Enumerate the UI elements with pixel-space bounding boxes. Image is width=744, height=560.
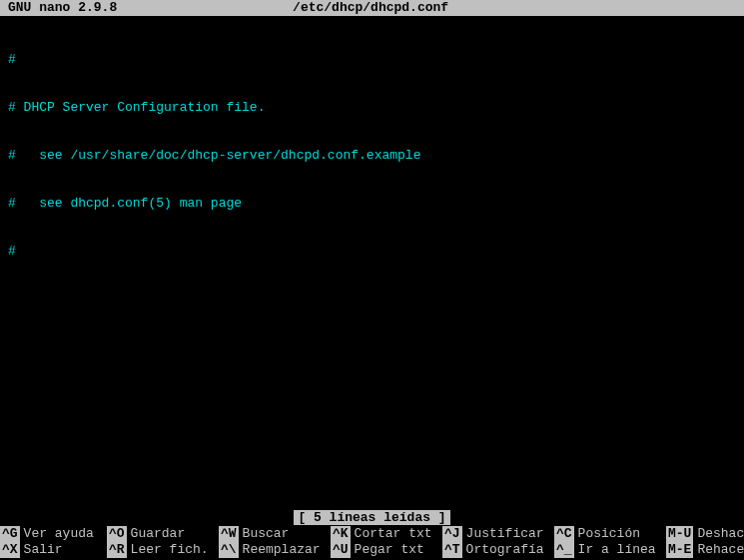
help-undo[interactable]: M-U Deshacer xyxy=(666,526,744,542)
help-writeout[interactable]: ^O Guardar xyxy=(107,526,217,542)
editor-line: # see /usr/share/doc/dhcp-server/dhcpd.c… xyxy=(8,148,736,164)
help-key: ^W xyxy=(219,526,239,542)
help-label: Rehacer xyxy=(693,542,744,558)
help-exit[interactable]: ^X Salir xyxy=(0,542,105,558)
help-label: Justificar xyxy=(462,526,544,542)
help-row-2: ^X Salir ^R Leer fich. ^\ Reemplazar ^U … xyxy=(0,542,744,558)
help-label: Leer fich. xyxy=(127,542,209,558)
help-key: ^C xyxy=(554,526,574,542)
help-curpos[interactable]: ^C Posición xyxy=(554,526,664,542)
help-spell[interactable]: ^T Ortografía xyxy=(442,542,552,558)
app-name: GNU nano 2.9.8 xyxy=(0,0,117,16)
help-key: ^X xyxy=(0,542,20,558)
filename: /etc/dhcp/dhcpd.conf xyxy=(117,0,624,16)
help-justify[interactable]: ^J Justificar xyxy=(442,526,552,542)
help-key: ^_ xyxy=(554,542,574,558)
help-key: M-U xyxy=(666,526,693,542)
help-key: ^U xyxy=(331,542,351,558)
editor-line: # xyxy=(8,244,736,260)
help-key: ^O xyxy=(107,526,127,542)
help-readfile[interactable]: ^R Leer fich. xyxy=(107,542,217,558)
help-label: Salir xyxy=(20,542,63,558)
help-get-help[interactable]: ^G Ver ayuda xyxy=(0,526,105,542)
help-label: Buscar xyxy=(239,526,290,542)
help-label: Posición xyxy=(574,526,640,542)
help-uncut[interactable]: ^U Pegar txt xyxy=(331,542,440,558)
help-key: ^J xyxy=(442,526,462,542)
help-whereis[interactable]: ^W Buscar xyxy=(219,526,329,542)
help-key: ^R xyxy=(107,542,127,558)
help-gotoline[interactable]: ^_ Ir a línea xyxy=(554,542,664,558)
status-line: [ 5 líneas leídas ] xyxy=(0,510,744,526)
titlebar: GNU nano 2.9.8 /etc/dhcp/dhcpd.conf xyxy=(0,0,744,16)
editor-area[interactable]: # # DHCP Server Configuration file. # se… xyxy=(0,16,744,495)
help-redo[interactable]: M-E Rehacer xyxy=(666,542,744,558)
help-label: Ortografía xyxy=(462,542,544,558)
editor-line: # DHCP Server Configuration file. xyxy=(8,100,736,116)
help-key: ^K xyxy=(331,526,351,542)
help-label: Ir a línea xyxy=(574,542,656,558)
help-replace[interactable]: ^\ Reemplazar xyxy=(219,542,329,558)
help-key: ^\ xyxy=(219,542,239,558)
help-label: Pegar txt xyxy=(351,542,424,558)
editor-line: # see dhcpd.conf(5) man page xyxy=(8,196,736,212)
help-label: Reemplazar xyxy=(239,542,321,558)
status-message: [ 5 líneas leídas ] xyxy=(294,510,449,525)
help-label: Ver ayuda xyxy=(20,526,94,542)
editor-line: # xyxy=(8,52,736,68)
help-key: ^T xyxy=(442,542,462,558)
help-label: Cortar txt xyxy=(351,526,432,542)
help-row-1: ^G Ver ayuda ^O Guardar ^W Buscar ^K Cor… xyxy=(0,526,744,542)
help-label: Guardar xyxy=(127,526,186,542)
help-key: ^G xyxy=(0,526,20,542)
help-key: M-E xyxy=(666,542,693,558)
help-label: Deshacer xyxy=(693,526,744,542)
help-cut[interactable]: ^K Cortar txt xyxy=(331,526,440,542)
help-bar: ^G Ver ayuda ^O Guardar ^W Buscar ^K Cor… xyxy=(0,526,744,558)
